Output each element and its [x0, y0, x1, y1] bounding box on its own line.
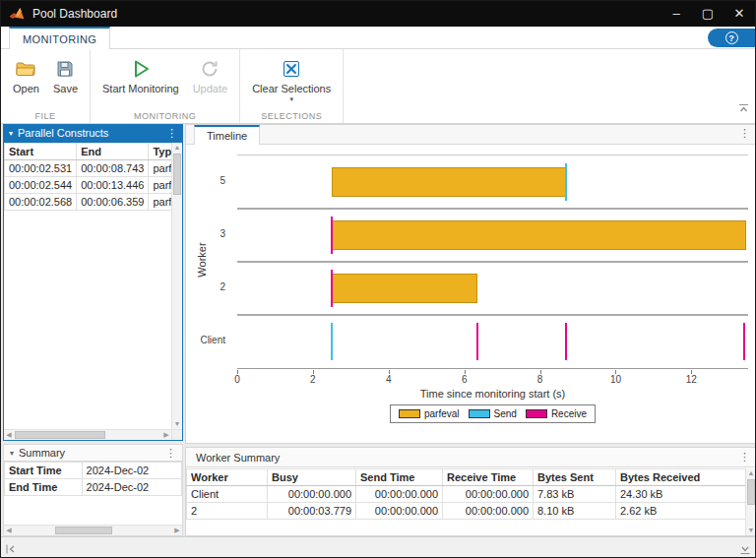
column-header[interactable]: Send Time: [356, 469, 443, 486]
timeline-event-receive[interactable]: [331, 270, 333, 307]
x-tick-label: 8: [529, 374, 552, 385]
help-band: ?: [708, 29, 755, 47]
parallel-constructs-body: StartEndType00:00:02.53100:00:08.743parf…: [3, 142, 183, 441]
timeline-bar-parfeval[interactable]: [332, 220, 746, 250]
scroll-up-icon[interactable]: ▲: [172, 143, 182, 153]
column-header[interactable]: Bytes Sent: [534, 469, 616, 486]
legend-item: parfeval: [399, 408, 460, 419]
summary-header[interactable]: ▾ Summary ⋮: [3, 444, 183, 462]
worker-band-separator: [237, 208, 748, 210]
kebab-menu-icon[interactable]: ⋮: [739, 127, 750, 140]
scrollbar-corner: [171, 429, 182, 440]
help-icon[interactable]: ?: [725, 31, 738, 44]
column-header[interactable]: Receive Time: [443, 469, 534, 486]
worker-row[interactable]: Client00:00:00.00000:00:00.00000:00:00.0…: [187, 486, 748, 503]
timeline-event-receive[interactable]: [743, 323, 745, 360]
scrollbar-thumb[interactable]: [747, 479, 755, 505]
constructs-table[interactable]: StartEndType00:00:02.53100:00:08.743parf…: [4, 143, 183, 211]
scrollbar-thumb[interactable]: [173, 154, 181, 195]
table-cell: 00:00:00.000: [443, 486, 534, 503]
worker-row[interactable]: 200:00:03.77900:00:00.00000:00:00.0008.1…: [187, 503, 748, 520]
x-tick-label: 2: [301, 374, 325, 385]
timeline-chart: Worker 532Client 024681012 Time since mo…: [186, 145, 756, 443]
worker-summary-header[interactable]: Worker Summary ⋮: [186, 448, 756, 467]
timeline-bar-parfeval[interactable]: [332, 274, 477, 303]
tab-timeline[interactable]: Timeline: [194, 125, 260, 145]
table-cell: 8.10 kB: [534, 503, 616, 520]
kebab-menu-icon[interactable]: ⋮: [739, 451, 750, 464]
y-tick-label: 5: [186, 175, 225, 186]
minimize-button[interactable]: –: [661, 1, 692, 27]
summary-title: Summary: [19, 447, 65, 459]
dropdown-arrow-icon[interactable]: ▾: [289, 96, 293, 101]
collapse-ribbon-icon[interactable]: [738, 99, 749, 117]
table-cell: 7.83 kB: [534, 486, 616, 503]
construct-row[interactable]: 00:00:02.54400:00:13.446parfev: [5, 177, 184, 194]
timeline-bar-parfeval[interactable]: [332, 167, 566, 197]
statusbar: [1, 536, 755, 557]
collapse-panel-icon[interactable]: ▾: [10, 449, 14, 458]
scroll-left-icon[interactable]: ◀: [4, 526, 14, 535]
summary-row[interactable]: Start Time2024-Dec-02: [5, 463, 182, 479]
timeline-event-receive[interactable]: [565, 323, 567, 360]
start-monitoring-button[interactable]: Start Monitoring: [98, 54, 183, 108]
scrollbar-thumb[interactable]: [55, 527, 112, 534]
y-tick-label: Client: [186, 335, 225, 345]
worker-summary-body: WorkerBusySend TimeReceive TimeBytes Sen…: [186, 468, 756, 535]
open-button[interactable]: Open: [9, 54, 43, 108]
table-cell: 2024-Dec-02: [82, 463, 181, 479]
summary-body: Start Time2024-Dec-02End Time2024-Dec-02…: [3, 462, 183, 536]
vertical-scrollbar[interactable]: ▲ ▼: [745, 468, 756, 535]
y-tick-labels: 532Client: [186, 155, 231, 369]
scroll-down-icon[interactable]: ▼: [746, 526, 756, 535]
table-cell: Start Time: [5, 463, 83, 479]
timeline-event-send[interactable]: [331, 323, 333, 360]
x-tick-label: 12: [679, 374, 703, 385]
column-header[interactable]: Bytes Received: [616, 469, 748, 486]
tab-monitoring[interactable]: MONITORING: [9, 27, 110, 49]
scrollbar-thumb[interactable]: [15, 431, 105, 439]
horizontal-scrollbar[interactable]: ◀ ▶: [4, 525, 182, 535]
close-button[interactable]: ✕: [724, 1, 755, 27]
column-header[interactable]: Worker: [187, 469, 268, 486]
vertical-scrollbar[interactable]: ▲ ▼: [171, 143, 182, 429]
timeline-event-receive[interactable]: [476, 323, 478, 360]
matlab-logo-icon: [9, 7, 25, 21]
column-header[interactable]: Start: [5, 144, 77, 160]
scroll-right-icon[interactable]: ▶: [172, 526, 182, 535]
column-header[interactable]: Busy: [268, 469, 356, 486]
x-tick-label: 10: [603, 374, 627, 385]
clear-selections-label: Clear Selections: [252, 83, 331, 94]
column-header[interactable]: End: [77, 144, 149, 160]
update-button[interactable]: Update: [189, 54, 231, 108]
maximize-button[interactable]: ▢: [692, 1, 724, 27]
clear-selections-button[interactable]: Clear Selections ▾: [248, 54, 335, 108]
collapse-left-panel-icon[interactable]: [5, 541, 17, 558]
timeline-event-send[interactable]: [565, 163, 567, 201]
construct-row[interactable]: 00:00:02.53100:00:08.743parfev: [5, 160, 184, 177]
collapse-panel-icon[interactable]: ▾: [9, 129, 13, 138]
kebab-menu-icon[interactable]: ⋮: [165, 447, 176, 460]
collapse-bottom-panel-icon[interactable]: [739, 541, 751, 558]
x-tick-label: 4: [377, 374, 401, 385]
construct-row[interactable]: 00:00:02.56800:00:06.359parfev: [5, 194, 184, 211]
scroll-left-icon[interactable]: ◀: [4, 430, 14, 440]
y-tick-label: 3: [186, 228, 225, 239]
summary-row[interactable]: End Time2024-Dec-02: [5, 479, 182, 496]
horizontal-scrollbar[interactable]: ◀ ▶: [4, 429, 171, 440]
scroll-up-icon[interactable]: ▲: [746, 468, 756, 478]
timeline-panel: Timeline ⋮ Worker 532Client 024681012 Ti…: [185, 124, 756, 444]
plot-area[interactable]: [237, 155, 748, 369]
save-button[interactable]: Save: [49, 54, 82, 108]
parallel-constructs-header[interactable]: ▾ Parallel Constructs ⋮: [3, 124, 183, 142]
worker-band-separator: [237, 261, 748, 263]
play-icon: [130, 56, 152, 81]
table-cell: 00:00:02.531: [5, 160, 77, 177]
worker-summary-table[interactable]: WorkerBusySend TimeReceive TimeBytes Sen…: [186, 468, 748, 520]
scroll-down-icon[interactable]: ▼: [172, 419, 182, 429]
window-title: Pool Dashboard: [32, 7, 117, 21]
scroll-right-icon[interactable]: ▶: [161, 430, 171, 440]
summary-table[interactable]: Start Time2024-Dec-02End Time2024-Dec-02: [4, 462, 182, 496]
kebab-menu-icon[interactable]: ⋮: [166, 127, 177, 140]
timeline-event-receive[interactable]: [331, 217, 333, 254]
